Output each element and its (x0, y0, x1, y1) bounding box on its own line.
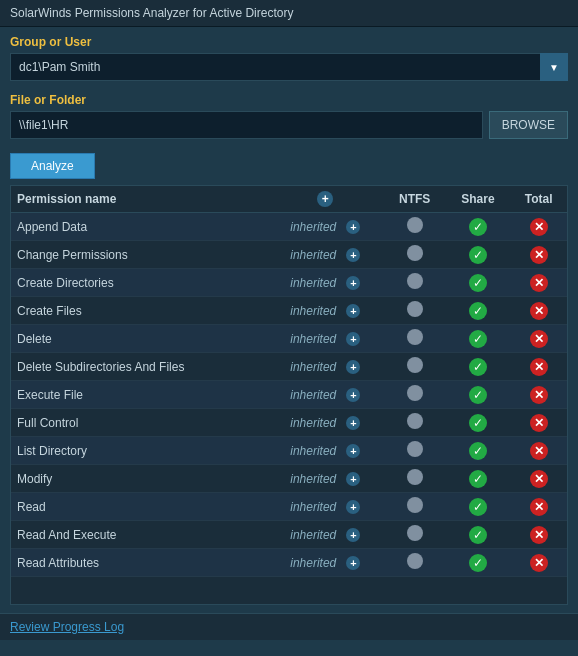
share-check-icon: ✓ (469, 246, 487, 264)
ntfs-grey-icon (407, 413, 423, 429)
ntfs-cell (384, 297, 446, 325)
total-cell: ✕ (510, 549, 567, 577)
inherited-cell: inherited + (267, 325, 384, 353)
total-cell: ✕ (510, 437, 567, 465)
analyze-button[interactable]: Analyze (10, 153, 95, 179)
row-plus-icon[interactable]: + (346, 472, 360, 486)
share-check-icon: ✓ (469, 498, 487, 516)
browse-button[interactable]: BROWSE (489, 111, 568, 139)
header-share: Share (446, 186, 511, 213)
total-cell: ✕ (510, 409, 567, 437)
share-cell: ✓ (446, 521, 511, 549)
inherited-cell: inherited + (267, 409, 384, 437)
inherited-cell: inherited + (267, 353, 384, 381)
ntfs-cell (384, 241, 446, 269)
ntfs-grey-icon (407, 329, 423, 345)
row-plus-icon[interactable]: + (346, 556, 360, 570)
total-x-icon: ✕ (530, 470, 548, 488)
permissions-table-container[interactable]: Permission name + NTFS Share Total Appen… (10, 185, 568, 605)
ntfs-cell (384, 549, 446, 577)
ntfs-cell (384, 465, 446, 493)
row-plus-icon[interactable]: + (346, 528, 360, 542)
total-cell: ✕ (510, 465, 567, 493)
share-check-icon: ✓ (469, 330, 487, 348)
ntfs-grey-icon (407, 301, 423, 317)
row-plus-icon[interactable]: + (346, 444, 360, 458)
header-ntfs: NTFS (384, 186, 446, 213)
share-check-icon: ✓ (469, 358, 487, 376)
row-plus-icon[interactable]: + (346, 276, 360, 290)
row-plus-icon[interactable]: + (346, 416, 360, 430)
permission-name-cell: Delete (11, 325, 267, 353)
total-cell: ✕ (510, 213, 567, 241)
file-path-input[interactable] (10, 111, 483, 139)
inherited-cell: inherited + (267, 297, 384, 325)
total-x-icon: ✕ (530, 358, 548, 376)
table-row: List Directory inherited + ✓ ✕ (11, 437, 567, 465)
row-plus-icon[interactable]: + (346, 360, 360, 374)
row-plus-icon[interactable]: + (346, 220, 360, 234)
bottom-bar: Review Progress Log (0, 613, 578, 640)
table-header-row: Permission name + NTFS Share Total (11, 186, 567, 213)
row-plus-icon[interactable]: + (346, 304, 360, 318)
permission-name-cell: Modify (11, 465, 267, 493)
file-or-folder-label: File or Folder (10, 93, 568, 107)
total-x-icon: ✕ (530, 330, 548, 348)
total-cell: ✕ (510, 241, 567, 269)
ntfs-cell (384, 437, 446, 465)
share-check-icon: ✓ (469, 526, 487, 544)
permission-name-cell: Append Data (11, 213, 267, 241)
group-user-dropdown[interactable]: dc1\Pam Smith (10, 53, 568, 81)
ntfs-cell (384, 325, 446, 353)
total-x-icon: ✕ (530, 554, 548, 572)
ntfs-grey-icon (407, 497, 423, 513)
share-cell: ✓ (446, 353, 511, 381)
review-progress-link[interactable]: Review Progress Log (10, 620, 124, 634)
permissions-table: Permission name + NTFS Share Total Appen… (11, 186, 567, 577)
group-dropdown-container: dc1\Pam Smith ▼ (10, 53, 568, 81)
ntfs-cell (384, 409, 446, 437)
row-plus-icon[interactable]: + (346, 332, 360, 346)
header-plus-icon[interactable]: + (317, 191, 333, 207)
ntfs-cell (384, 381, 446, 409)
total-cell: ✕ (510, 521, 567, 549)
total-x-icon: ✕ (530, 274, 548, 292)
ntfs-cell (384, 353, 446, 381)
ntfs-grey-icon (407, 553, 423, 569)
total-x-icon: ✕ (530, 526, 548, 544)
total-cell: ✕ (510, 381, 567, 409)
total-cell: ✕ (510, 269, 567, 297)
share-cell: ✓ (446, 381, 511, 409)
table-row: Read inherited + ✓ ✕ (11, 493, 567, 521)
ntfs-cell (384, 521, 446, 549)
table-row: Change Permissions inherited + ✓ ✕ (11, 241, 567, 269)
table-row: Full Control inherited + ✓ ✕ (11, 409, 567, 437)
total-cell: ✕ (510, 493, 567, 521)
ntfs-cell (384, 213, 446, 241)
share-check-icon: ✓ (469, 274, 487, 292)
ntfs-grey-icon (407, 273, 423, 289)
ntfs-grey-icon (407, 441, 423, 457)
permission-name-cell: List Directory (11, 437, 267, 465)
permission-name-cell: Create Files (11, 297, 267, 325)
header-permission-name: Permission name (11, 186, 267, 213)
permission-name-cell: Read (11, 493, 267, 521)
permission-name-cell: Read Attributes (11, 549, 267, 577)
share-check-icon: ✓ (469, 442, 487, 460)
share-cell: ✓ (446, 297, 511, 325)
ntfs-grey-icon (407, 469, 423, 485)
ntfs-grey-icon (407, 385, 423, 401)
share-check-icon: ✓ (469, 414, 487, 432)
row-plus-icon[interactable]: + (346, 500, 360, 514)
app-title: SolarWinds Permissions Analyzer for Acti… (10, 6, 293, 20)
header-add-icon: + (267, 186, 384, 213)
total-x-icon: ✕ (530, 386, 548, 404)
table-row: Append Data inherited + ✓ ✕ (11, 213, 567, 241)
row-plus-icon[interactable]: + (346, 248, 360, 262)
ntfs-grey-icon (407, 245, 423, 261)
row-plus-icon[interactable]: + (346, 388, 360, 402)
permission-name-cell: Change Permissions (11, 241, 267, 269)
total-cell: ✕ (510, 297, 567, 325)
share-cell: ✓ (446, 325, 511, 353)
inherited-cell: inherited + (267, 241, 384, 269)
